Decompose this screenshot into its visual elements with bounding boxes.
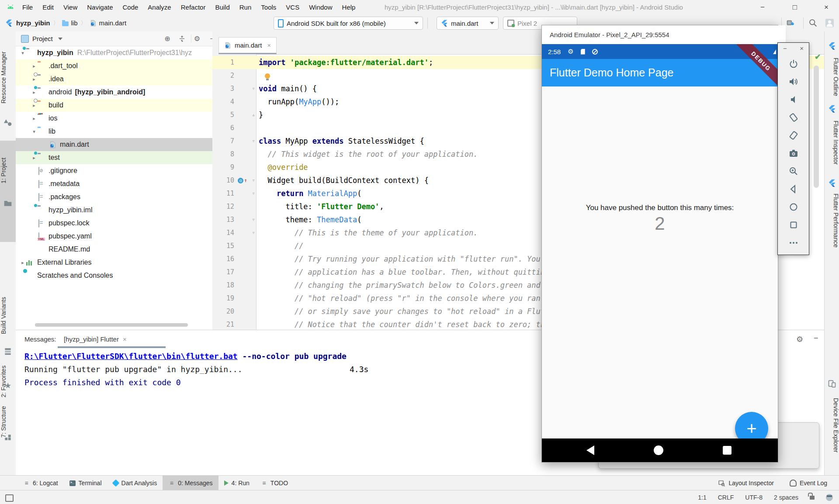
override-marker-icon[interactable]: o (238, 178, 243, 183)
settings-gear-icon[interactable]: ⚙ (191, 35, 203, 43)
run-config-selector[interactable]: main.dart (437, 17, 499, 30)
fold-marker-icon[interactable]: ▿ (248, 187, 259, 200)
more-icon[interactable] (778, 234, 809, 252)
tree-row[interactable]: .gitignore (16, 164, 212, 177)
tool-window-button-dartanalysis[interactable]: Dart Analysis (107, 476, 163, 490)
messages-tab[interactable]: [hyzp_yibin] Flutter × (58, 330, 133, 348)
menu-item-view[interactable]: View (59, 0, 82, 15)
horizontal-scrollbar[interactable] (35, 323, 188, 327)
inspection-ok-icon[interactable]: ✔ (815, 52, 821, 62)
tree-expand-arrow[interactable]: ▸ (31, 103, 38, 108)
project-folder-icon[interactable] (3, 199, 12, 207)
indent-setting[interactable]: 2 spaces (774, 494, 798, 501)
menu-item-build[interactable]: Build (210, 0, 234, 15)
back-icon[interactable] (778, 180, 809, 198)
chevron-down-icon[interactable] (58, 38, 62, 40)
tree-row[interactable]: ▸ios (16, 112, 212, 125)
menu-item-refactor[interactable]: Refactor (176, 0, 211, 15)
sidebar-item-flutter-inspector[interactable]: Flutter Inspector (825, 115, 839, 170)
fold-marker-icon[interactable]: ▿ (248, 174, 259, 187)
menu-item-navigate[interactable]: Navigate (82, 0, 118, 15)
emulator-title-bar[interactable]: Android Emulator - Pixel_2_API_29:5554 (542, 25, 786, 44)
tool-window-button-run[interactable]: 4: Run (218, 476, 255, 490)
search-everywhere-icon[interactable] (808, 18, 818, 28)
sdk-manager-icon[interactable] (786, 18, 795, 28)
sidebar-item-project[interactable]: 1: Project (0, 144, 16, 197)
tree-row[interactable]: README.md (16, 243, 212, 256)
tree-expand-arrow[interactable]: ▾ (31, 129, 38, 135)
caret-position[interactable]: 1:1 (698, 494, 706, 501)
breadcrumb-file[interactable]: main.dart (99, 19, 127, 27)
tree-row[interactable]: ▸.dart_tool (16, 59, 212, 72)
locate-file-icon[interactable]: ⊕ (162, 35, 173, 43)
minimize-button[interactable]: − (750, 0, 775, 15)
build-variants-icon[interactable] (3, 347, 12, 356)
tree-expand-arrow[interactable]: ▸ (31, 90, 38, 95)
overview-icon[interactable] (778, 216, 809, 234)
tool-window-button-messages[interactable]: ≡0: Messages (163, 476, 218, 490)
tree-row[interactable]: ▸.idea (16, 72, 212, 86)
tree-row[interactable]: ▸build (16, 99, 212, 112)
menu-item-analyze[interactable]: Analyze (143, 0, 176, 15)
tree-row[interactable]: hyzp_yibin.iml (16, 204, 212, 217)
tree-expand-arrow[interactable]: ▸ (31, 116, 38, 121)
tool-window-button-terminal[interactable]: Terminal (64, 476, 107, 490)
nav-back-button[interactable] (586, 445, 594, 455)
home-icon[interactable] (778, 198, 809, 216)
tool-window-toggle-icon[interactable] (5, 494, 14, 502)
fold-marker-icon[interactable]: ▿ (248, 213, 259, 226)
menu-item-file[interactable]: File (17, 0, 38, 15)
tree-expand-arrow[interactable]: ▾ (19, 50, 26, 56)
profile-avatar-icon[interactable] (825, 18, 834, 28)
sidebar-item-device-file-explorer[interactable]: Device File Explorer (825, 390, 839, 460)
fold-marker-icon[interactable]: ▵ (248, 108, 259, 121)
file-encoding[interactable]: UTF-8 (745, 494, 763, 501)
menu-item-window[interactable]: Window (304, 0, 337, 15)
tree-row[interactable]: ▸External Libraries (16, 256, 212, 269)
sidebar-item-flutter-performance[interactable]: Flutter Performance (825, 190, 839, 252)
tree-expand-arrow[interactable]: ▸ (31, 76, 38, 82)
sidebar-item-flutter-outline[interactable]: Flutter Outline (825, 52, 839, 101)
fold-marker-icon[interactable]: ▿ (248, 135, 259, 148)
tool-window-button-todo[interactable]: ≡TODO (255, 476, 294, 490)
emulator-toolbar-close[interactable]: × (800, 45, 804, 52)
tree-row[interactable]: pubspec.yaml (16, 230, 212, 243)
resource-manager-icon[interactable] (3, 118, 12, 127)
tree-expand-arrow[interactable]: ▸ (31, 63, 38, 69)
tree-expand-arrow[interactable]: ▸ (19, 260, 26, 266)
volume-up-icon[interactable] (778, 73, 809, 90)
menu-item-run[interactable]: Run (235, 0, 257, 15)
structure-icon[interactable] (3, 433, 12, 442)
nav-overview-button[interactable] (723, 446, 732, 455)
unlock-icon[interactable] (810, 496, 815, 500)
minimize-panel-icon[interactable]: − (814, 334, 818, 343)
menu-item-help[interactable]: Help (337, 0, 361, 15)
menu-item-edit[interactable]: Edit (38, 0, 59, 15)
rotate-left-icon[interactable] (778, 109, 809, 126)
sidebar-item-resource-manager[interactable]: Resource Manager (0, 39, 16, 116)
sidebar-item-build-variants[interactable]: Build Variants (0, 286, 16, 345)
zoom-icon[interactable] (778, 162, 809, 180)
tree-expand-arrow[interactable]: ▸ (31, 155, 38, 161)
tree-row[interactable]: main.dart (16, 138, 212, 151)
tool-window-button-logcat[interactable]: ≡6: Logcat (17, 476, 64, 490)
tree-row[interactable]: pubspec.lock (16, 217, 212, 230)
menu-item-tools[interactable]: Tools (256, 0, 281, 15)
tree-row[interactable]: Scratches and Consoles (16, 269, 212, 282)
tree-row[interactable]: .metadata (16, 177, 212, 190)
menu-item-vcs[interactable]: VCS (281, 0, 304, 15)
maximize-button[interactable]: □ (782, 0, 808, 15)
tab-close-icon[interactable]: × (123, 335, 127, 343)
favorites-star-icon[interactable]: ★ (3, 381, 12, 390)
project-panel-title[interactable]: Project (32, 35, 53, 42)
breadcrumb-project[interactable]: hyzp_yibin (16, 19, 50, 27)
editor-scrollbar[interactable] (814, 66, 819, 188)
event-log-button[interactable]: Event Log (784, 476, 833, 490)
screenshot-icon[interactable] (778, 145, 809, 162)
fold-marker-icon[interactable]: ▿ (248, 226, 259, 239)
volume-down-icon[interactable] (778, 91, 809, 108)
tree-row[interactable]: ▸android[hyzp_yibin_android] (16, 86, 212, 99)
fold-marker-icon[interactable]: ▿ (248, 82, 259, 95)
emulator-toolbar-minimize[interactable]: − (783, 45, 787, 52)
tree-row[interactable]: ▸test (16, 151, 212, 164)
